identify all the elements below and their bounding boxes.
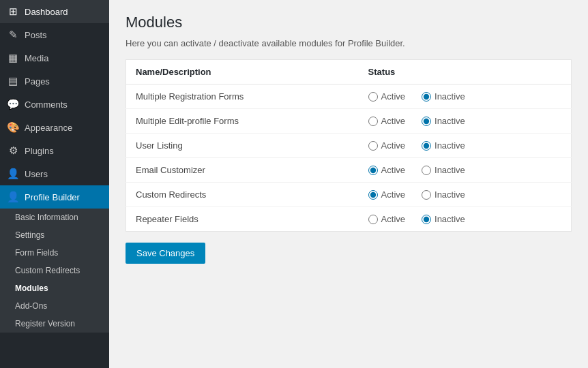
sidebar-label-plugins: Plugins [25, 146, 54, 156]
dashboard-icon: ⊞ [7, 5, 19, 18]
radio-inactive-repeater-fields[interactable] [422, 215, 431, 224]
radio-inactive-label-custom-redirects[interactable]: Inactive [422, 189, 465, 200]
submenu-item-add-ons[interactable]: Add-Ons [0, 297, 109, 315]
sidebar: ⊞Dashboard✎Posts▦Media▤Pages💬Comments🎨Ap… [0, 0, 109, 368]
radio-active-label-custom-redirects[interactable]: Active [368, 189, 405, 200]
sidebar-item-comments[interactable]: 💬Comments [0, 93, 109, 116]
radio-active-label-multiple-registration-forms[interactable]: Active [368, 91, 405, 102]
submenu-item-form-fields[interactable]: Form Fields [0, 244, 109, 262]
module-name-repeater-fields: Repeater Fields [126, 207, 359, 232]
sidebar-item-media[interactable]: ▦Media [0, 46, 109, 70]
radio-active-multiple-registration-forms[interactable] [368, 92, 378, 102]
module-status-user-listing: Active Inactive [359, 134, 572, 158]
module-name-multiple-edit-profile-forms: Multiple Edit-profile Forms [126, 109, 359, 134]
pages-icon: ▤ [7, 75, 19, 87]
submenu-item-modules[interactable]: Modules [0, 279, 109, 297]
radio-inactive-label-multiple-edit-profile-forms[interactable]: Inactive [422, 116, 465, 126]
sidebar-item-plugins[interactable]: ⚙Plugins [0, 139, 109, 162]
module-name-multiple-registration-forms: Multiple Registration Forms [126, 85, 359, 109]
module-status-custom-redirects: Active Inactive [359, 183, 572, 207]
save-changes-button[interactable]: Save Changes [126, 243, 205, 264]
table-row: User Listing Active Inactive [126, 134, 572, 158]
radio-inactive-multiple-registration-forms[interactable] [422, 92, 431, 102]
appearance-icon: 🎨 [7, 121, 19, 134]
comments-icon: 💬 [7, 98, 19, 110]
sidebar-item-pages[interactable]: ▤Pages [0, 70, 109, 93]
radio-active-user-listing[interactable] [368, 141, 378, 151]
plugins-icon: ⚙ [7, 144, 19, 157]
submenu-item-basic-information[interactable]: Basic Information [0, 209, 109, 226]
page-title: Modules [126, 14, 572, 31]
table-row: Repeater Fields Active Inactive [126, 207, 572, 232]
radio-active-email-customizer[interactable] [368, 166, 378, 175]
radio-active-label-repeater-fields[interactable]: Active [368, 214, 405, 224]
sidebar-label-media: Media [25, 53, 48, 63]
col-name-header: Name/Description [126, 60, 359, 85]
radio-active-repeater-fields[interactable] [368, 215, 378, 224]
modules-table: Name/Description Status Multiple Registr… [126, 59, 572, 232]
radio-inactive-label-multiple-registration-forms[interactable]: Inactive [422, 91, 465, 102]
sidebar-item-posts[interactable]: ✎Posts [0, 23, 109, 46]
sidebar-label-appearance: Appearance [25, 123, 72, 133]
submenu-item-custom-redirects[interactable]: Custom Redirects [0, 262, 109, 279]
table-row: Multiple Edit-profile Forms Active Inact… [126, 109, 572, 134]
table-row: Email Customizer Active Inactive [126, 158, 572, 183]
media-icon: ▦ [7, 52, 19, 64]
sidebar-item-dashboard[interactable]: ⊞Dashboard [0, 0, 109, 23]
main-content: Modules Here you can activate / deactiva… [109, 0, 588, 368]
radio-inactive-label-user-listing[interactable]: Inactive [422, 140, 465, 151]
module-name-email-customizer: Email Customizer [126, 158, 359, 183]
radio-inactive-multiple-edit-profile-forms[interactable] [422, 117, 431, 126]
users-icon: 👤 [7, 168, 19, 180]
sidebar-label-comments: Comments [25, 99, 68, 110]
radio-active-label-user-listing[interactable]: Active [368, 140, 405, 151]
page-description: Here you can activate / deactivate avail… [126, 38, 572, 48]
sidebar-item-appearance[interactable]: 🎨Appearance [0, 116, 109, 139]
module-name-user-listing: User Listing [126, 134, 359, 158]
radio-active-multiple-edit-profile-forms[interactable] [368, 117, 378, 126]
posts-icon: ✎ [7, 29, 19, 41]
profile-builder-icon: 👤 [7, 191, 19, 203]
radio-inactive-label-email-customizer[interactable]: Inactive [422, 165, 465, 175]
sidebar-label-dashboard: Dashboard [25, 7, 68, 17]
radio-active-label-multiple-edit-profile-forms[interactable]: Active [368, 116, 405, 126]
submenu-item-register-version[interactable]: Register Version [0, 315, 109, 333]
radio-inactive-label-repeater-fields[interactable]: Inactive [422, 214, 465, 224]
sidebar-item-profile-builder[interactable]: 👤Profile Builder [0, 185, 109, 209]
submenu-item-settings[interactable]: Settings [0, 226, 109, 244]
sidebar-label-posts: Posts [25, 30, 47, 40]
radio-inactive-email-customizer[interactable] [422, 166, 431, 175]
module-status-multiple-registration-forms: Active Inactive [359, 85, 572, 109]
col-status-header: Status [359, 60, 572, 85]
sidebar-label-profile-builder: Profile Builder [25, 192, 80, 202]
radio-active-custom-redirects[interactable] [368, 190, 378, 200]
sidebar-item-users[interactable]: 👤Users [0, 162, 109, 185]
radio-active-label-email-customizer[interactable]: Active [368, 165, 405, 175]
module-name-custom-redirects: Custom Redirects [126, 183, 359, 207]
module-status-email-customizer: Active Inactive [359, 158, 572, 183]
sidebar-label-users: Users [25, 169, 48, 179]
module-status-multiple-edit-profile-forms: Active Inactive [359, 109, 572, 134]
sidebar-label-pages: Pages [25, 76, 50, 87]
table-row: Custom Redirects Active Inactive [126, 183, 572, 207]
radio-inactive-custom-redirects[interactable] [422, 190, 431, 200]
module-status-repeater-fields: Active Inactive [359, 207, 572, 232]
radio-inactive-user-listing[interactable] [422, 141, 431, 151]
table-row: Multiple Registration Forms Active Inact… [126, 85, 572, 109]
